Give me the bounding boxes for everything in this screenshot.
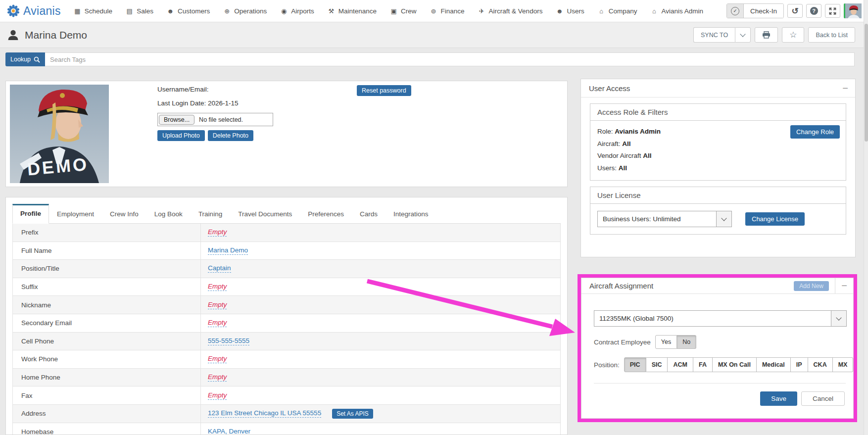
field-value-cell: Captain [201,264,231,273]
upload-photo-button[interactable]: Upload Photo [157,130,205,141]
nav-item-icon: ⊚ [430,7,437,15]
field-value[interactable]: Empty [208,301,227,309]
contract-toggle-button[interactable]: Yes [655,335,677,349]
profile-tab[interactable]: Profile [12,204,49,224]
field-value[interactable]: Empty [208,355,227,363]
nav-item-label: Airports [291,7,314,15]
table-row: Suffix Empty [13,278,560,296]
profile-tab[interactable]: Employment [49,204,102,223]
no-file-text: No file selected. [195,116,243,123]
reset-password-button[interactable]: Reset password [357,85,411,96]
profile-tab[interactable]: Training [191,204,230,223]
nav-item-icon: ▣ [390,7,397,15]
nav-item-label: Avianis Admin [661,7,703,15]
back-to-list-button[interactable]: Back to List [808,27,855,43]
field-value[interactable]: Empty [208,373,227,382]
aircraft-assignment-panel: Aircraft Assignment Add New − 112355MK (… [581,278,854,419]
search-tags-input[interactable] [45,52,855,66]
profile-tab[interactable]: Integrations [386,204,436,223]
print-button[interactable] [755,27,778,43]
save-button[interactable]: Save [760,391,797,406]
profile-tab[interactable]: Crew Info [102,204,146,223]
page-title-block: Marina Demo [7,29,87,41]
sync-to-group: SYNC TO [693,27,751,43]
profile-tab[interactable]: Cards [352,204,386,223]
field-value[interactable]: KAPA, Denver [208,428,250,435]
nav-item-icon: ⊕ [223,7,231,15]
user-avatar[interactable] [844,3,863,18]
field-value[interactable]: 123 Elm Street Chicago IL USA 55555 [208,409,321,418]
help-button[interactable]: ? [806,4,821,18]
aircraft-assignment-footer: Save Cancel [594,391,846,406]
field-value[interactable]: Marina Demo [208,246,248,255]
field-value[interactable]: Captain [208,264,231,273]
nav-menu-item[interactable]: ☻ Customers [167,7,210,15]
set-as-apis-button[interactable]: Set As APIS [332,409,373,419]
delete-photo-button[interactable]: Delete Photo [208,130,253,141]
profile-tab[interactable]: Travel Documents [230,204,300,223]
sync-to-caret-button[interactable] [735,27,751,43]
change-license-button[interactable]: Change License [745,212,805,226]
field-value[interactable]: Empty [208,319,227,327]
lookup-button[interactable]: Lookup [5,52,45,66]
access-row-label: Role: [597,128,613,135]
collapse-icon[interactable]: − [835,280,853,291]
change-role-button[interactable]: Change Role [790,125,840,139]
add-new-button[interactable]: Add New [794,281,829,291]
profile-tab[interactable]: Log Book [146,204,191,223]
scrollbar-thumb[interactable] [865,24,868,142]
tag-search-bar: Lookup [5,52,855,66]
position-button[interactable]: SIC [646,357,668,372]
nav-menu-item[interactable]: ⊚ Finance [430,7,465,15]
nav-menu-item[interactable]: ⌂ Company [598,7,637,15]
field-value[interactable]: 555-555-5555 [208,337,249,345]
field-value[interactable]: Empty [208,283,227,291]
nav-menu-item[interactable]: ☻ Users [556,7,584,15]
position-button[interactable]: IP [791,357,808,372]
field-value-cell: Empty [201,319,227,327]
nav-menu: ▦ Schedule ▤ Sales ☻ Customers ⊕ Operati… [74,7,703,15]
license-select[interactable]: Business Users: Unlimited [597,211,732,227]
contract-toggle-button[interactable]: No [677,335,696,349]
nav-menu-item[interactable]: ◉ Airports [280,7,314,15]
position-button[interactable]: MX [833,357,854,372]
expand-button[interactable] [825,4,840,18]
cancel-button[interactable]: Cancel [801,391,845,406]
field-label: Work Phone [13,350,201,368]
browse-button[interactable]: Browse... [159,115,194,125]
sync-to-button[interactable]: SYNC TO [693,27,735,43]
position-button[interactable]: Medical [757,357,791,372]
expand-icon [829,7,836,15]
field-value[interactable]: Empty [208,228,227,237]
profile-fields-table: Prefix Empty Full Name Marina Demo Posit… [12,224,561,435]
nav-menu-item[interactable]: ⚒ Maintenance [328,7,377,15]
avianis-logo[interactable]: Avianis [7,4,61,18]
position-button[interactable]: ACM [668,357,693,372]
aircraft-select[interactable]: 112355MK (Global 7500) [594,310,847,327]
collapse-icon[interactable]: − [842,83,848,93]
field-value-cell: Empty [201,228,227,237]
nav-menu-item[interactable]: ✈ Aircraft & Vendors [478,7,543,15]
position-button[interactable]: MX On Call [713,357,757,372]
favorite-button[interactable]: ☆ [782,27,804,43]
nav-menu-item[interactable]: ⌂ Avianis Admin [650,7,703,15]
nav-menu-item[interactable]: ⊕ Operations [223,7,267,15]
position-button[interactable]: FA [693,357,713,372]
nav-menu-item[interactable]: ▦ Schedule [74,7,112,15]
footer-divider [594,383,846,384]
table-row: Home Phone Empty [13,369,560,387]
nav-menu-item[interactable]: ▤ Sales [126,7,153,15]
check-in-button[interactable]: ✓ Check-In [726,3,784,18]
nav-menu-item[interactable]: ▣ Crew [390,7,417,15]
history-button[interactable]: ↺ [787,4,803,18]
profile-summary-card: DEMO Username/Email: Last Login Date: 20… [5,81,568,187]
vertical-scrollbar[interactable] [864,0,868,435]
position-button[interactable]: CKA [808,357,833,372]
profile-photo[interactable]: DEMO [10,85,109,183]
position-button[interactable]: PIC [624,357,646,372]
profile-tab[interactable]: Preferences [300,204,352,223]
field-label: Home Phone [13,369,201,387]
nav-item-icon: ◉ [280,7,288,15]
photo-file-input[interactable]: Browse... No file selected. [157,113,273,126]
field-value[interactable]: Empty [208,391,227,400]
